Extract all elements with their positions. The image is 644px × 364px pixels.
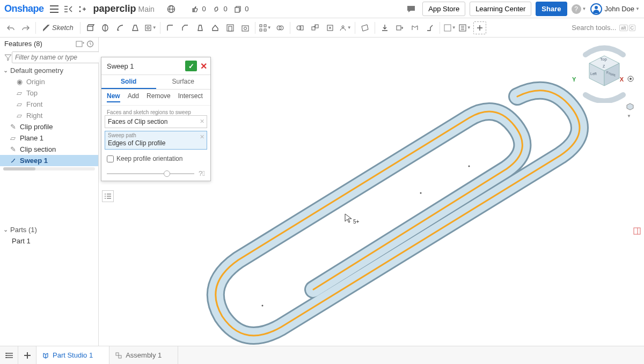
part1-node[interactable]: Part 1 (0, 235, 98, 247)
sweep1-node[interactable]: ⟋Sweep 1 (0, 155, 98, 166)
faces-selection[interactable]: Faces of Clip section✕ (105, 115, 207, 128)
revolve-button[interactable] (99, 21, 112, 34)
copies-counter[interactable]: 0 (234, 5, 249, 13)
front-plane-node[interactable]: ▱Front (0, 99, 98, 110)
add-feature-icon[interactable] (76, 40, 84, 48)
custom-feature-button[interactable] (473, 21, 486, 34)
modify-button[interactable]: ▼ (339, 21, 352, 34)
tree-toggle-icon[interactable] (62, 3, 74, 15)
search-tools-placeholder: Search tools... (572, 24, 616, 32)
globe-icon[interactable] (165, 3, 177, 15)
expand-panel-icon[interactable] (631, 225, 643, 237)
view-mode-button[interactable]: ▼ (626, 102, 634, 119)
view-normal-icon[interactable] (627, 75, 634, 83)
derived-button[interactable] (393, 21, 406, 34)
op-add[interactable]: Add (128, 92, 139, 102)
help-menu[interactable]: ?▼ (572, 4, 587, 14)
solid-tab[interactable]: Solid (101, 75, 156, 89)
clip-profile-node[interactable]: ✎Clip profile (0, 121, 98, 132)
clip-section-node[interactable]: ✎Clip section (0, 144, 98, 155)
op-remove[interactable]: Remove (147, 92, 171, 102)
opacity-slider[interactable] (107, 173, 194, 174)
svg-rect-5 (87, 26, 93, 31)
dialog-cancel-button[interactable]: ✕ (200, 61, 207, 71)
shell-button[interactable] (224, 21, 237, 34)
fillet-button[interactable] (164, 21, 177, 34)
thumbs-counter[interactable]: 0 (191, 5, 206, 13)
op-new[interactable]: New (107, 92, 120, 102)
op-intersect[interactable]: Intersect (178, 92, 203, 102)
tab-manager-button[interactable] (0, 346, 18, 364)
svg-rect-13 (260, 29, 262, 31)
add-tab-button[interactable] (18, 346, 36, 364)
user-menu[interactable]: John Doe ▼ (590, 3, 640, 15)
right-plane-node[interactable]: ▱Right (0, 110, 98, 121)
plane1-node[interactable]: ▱Plane 1 (0, 132, 98, 144)
filter-icon[interactable] (4, 54, 12, 61)
dialog-help-icon[interactable]: ?⃝ (199, 169, 205, 177)
default-geometry-node[interactable]: Default geometry (0, 65, 98, 76)
svg-point-39 (6, 357, 7, 358)
tab-assembly[interactable]: Assembly 1 (109, 346, 178, 364)
cube-z: Z (603, 64, 605, 68)
menu-icon[interactable] (48, 3, 60, 15)
sketch-button[interactable]: Sketch (39, 21, 77, 34)
undo-button[interactable] (4, 21, 17, 34)
transform-button[interactable] (309, 21, 321, 34)
chamfer-button[interactable] (179, 21, 192, 34)
app-store-button[interactable]: App Store (422, 2, 465, 16)
clear-path-icon[interactable]: ✕ (200, 133, 204, 140)
flange-button[interactable] (423, 21, 436, 34)
surface-tab[interactable]: Surface (156, 75, 211, 89)
draft-button[interactable] (194, 21, 207, 34)
rollback-icon[interactable] (86, 40, 94, 48)
clear-faces-icon[interactable]: ✕ (200, 118, 204, 125)
import-button[interactable] (378, 21, 391, 34)
assembly-icon (115, 352, 122, 359)
brand-logo[interactable]: Onshape (4, 3, 44, 14)
path-label: Sweep path (108, 132, 204, 139)
plane-button[interactable] (358, 21, 371, 34)
feature-list-toggle[interactable] (102, 190, 114, 202)
svg-rect-26 (76, 41, 82, 47)
boolean-button[interactable] (274, 21, 287, 34)
path-selection[interactable]: Sweep path Edges of Clip profile✕ (105, 131, 207, 150)
extrude-button[interactable] (84, 21, 97, 34)
document-branch[interactable]: Main (138, 5, 155, 13)
svg-rect-14 (264, 29, 266, 31)
feature-filter-input[interactable] (12, 51, 99, 63)
thicken-button[interactable]: ▼ (144, 21, 157, 34)
pattern-button[interactable]: ▼ (259, 21, 272, 34)
origin-node[interactable]: ◉Origin (0, 76, 98, 87)
parts-header[interactable]: Parts (1) (0, 224, 98, 235)
kbd-alt: alt (619, 25, 628, 31)
delete-face-button[interactable] (324, 21, 336, 34)
chat-icon[interactable] (405, 3, 417, 15)
keep-orientation-checkbox[interactable] (107, 155, 114, 162)
split-button[interactable] (294, 21, 306, 34)
cube-left: Left (590, 72, 597, 76)
tab-part-studio[interactable]: Part Studio 1 (36, 346, 109, 364)
rib-button[interactable] (209, 21, 222, 34)
variables-button[interactable]: ▼ (458, 21, 471, 34)
sheet-metal-button[interactable] (408, 21, 421, 34)
dialog-confirm-button[interactable]: ✓ (185, 61, 197, 71)
svg-point-29 (420, 192, 422, 194)
share-button[interactable]: Share (536, 2, 567, 16)
insert-icon[interactable] (76, 3, 88, 15)
redo-button[interactable] (19, 21, 32, 34)
config-button[interactable]: ▼ (443, 21, 456, 34)
search-tools[interactable]: Search tools... altC (567, 24, 640, 32)
svg-rect-19 (312, 27, 315, 30)
feature-scrollbar[interactable] (3, 167, 95, 170)
hole-button[interactable] (239, 21, 252, 34)
sweep-button[interactable] (114, 21, 127, 34)
view-cube[interactable]: Top Left Front Z Y X ▼ (572, 44, 636, 103)
loft-button[interactable] (129, 21, 142, 34)
learning-center-button[interactable]: Learning Center (470, 2, 531, 16)
links-counter[interactable]: 0 (213, 5, 228, 13)
document-title[interactable]: paperclip (93, 3, 136, 14)
top-plane-node[interactable]: ▱Top (0, 87, 98, 99)
features-title: Features (8) (4, 40, 42, 48)
svg-rect-23 (397, 26, 401, 30)
